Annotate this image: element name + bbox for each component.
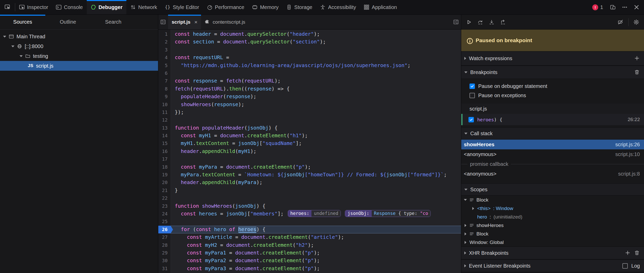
scopes-header[interactable]: Scopes	[461, 183, 644, 196]
tab-contentscript-js[interactable]: contentscript.js	[201, 15, 249, 29]
line-number[interactable]: 18	[158, 163, 171, 171]
line-number[interactable]: 26	[158, 226, 171, 233]
code-line[interactable]: 20 header.appendChild(myPara);	[158, 179, 461, 186]
code-line[interactable]: 25	[158, 218, 461, 225]
line-number[interactable]: 17	[158, 155, 171, 163]
scope-node[interactable]: Window: Global	[461, 238, 644, 247]
line-number[interactable]: 7	[158, 77, 171, 85]
step-over-button[interactable]	[475, 17, 485, 27]
disable-breakpoints-button[interactable]	[615, 17, 626, 27]
source-tree-item-testing[interactable]: testing	[0, 51, 158, 61]
watch-expressions-header[interactable]: Watch expressions	[461, 51, 644, 66]
line-number[interactable]: 27	[158, 233, 171, 241]
code-line[interactable]: 28 const myH2 = document.createElement("…	[158, 241, 461, 249]
resume-button[interactable]	[464, 17, 474, 27]
scope-node[interactable]: showHeroes	[461, 221, 644, 230]
toolbox-tab-network[interactable]: Network	[126, 0, 161, 14]
step-out-button[interactable]	[498, 17, 508, 27]
line-number[interactable]: 16	[158, 148, 171, 155]
code-line[interactable]: 17	[158, 155, 461, 163]
code-line[interactable]: 2const section = document.querySelector(…	[158, 38, 461, 46]
scope-node[interactable]: Block	[461, 196, 644, 204]
checkbox-pause-on-debugger-statement[interactable]	[469, 84, 475, 89]
line-number[interactable]: 30	[158, 257, 171, 265]
line-number[interactable]: 4	[158, 54, 171, 61]
code-line[interactable]: 8fetch(requestURL).then((response) => {	[158, 85, 461, 93]
event-listener-breakpoints-header[interactable]: Event Listener Breakpoints Log	[461, 259, 644, 272]
line-number[interactable]: 28	[158, 241, 171, 249]
chevron-down-icon[interactable]	[464, 199, 467, 201]
code-line[interactable]: 24 const heroes = jsonObj["members"];her…	[158, 210, 461, 218]
responsive-design-mode-button[interactable]	[607, 0, 619, 14]
meatball-menu-button[interactable]	[619, 0, 631, 14]
line-number[interactable]: 25	[158, 218, 171, 225]
chevron-right-icon[interactable]	[472, 207, 474, 210]
breakpoint-item[interactable]: heroes) {26:22	[461, 114, 644, 125]
toolbox-tab-style-editor[interactable]: {}Style Editor	[161, 0, 203, 14]
line-number[interactable]: 10	[158, 101, 171, 108]
source-tree-item-8000[interactable]: [::]:8000	[0, 41, 158, 51]
code-line[interactable]: 15 myH1.textContent = jsonObj["squadName…	[158, 140, 461, 147]
line-number[interactable]: 3	[158, 46, 171, 54]
code-line[interactable]: 23function showHeroes(jsonObj) {	[158, 202, 461, 210]
chevron-right-icon[interactable]	[465, 224, 466, 227]
sources-pane-tab-sources[interactable]: Sources	[0, 15, 45, 29]
line-number[interactable]: 13	[158, 124, 171, 132]
sources-pane-tab-search[interactable]: Search	[91, 15, 136, 29]
chevron-right-icon[interactable]	[465, 241, 466, 244]
scope-node[interactable]: <this>: Window	[461, 204, 644, 213]
sources-pane-tab-outline[interactable]: Outline	[45, 15, 91, 29]
line-number[interactable]: 1	[158, 30, 171, 38]
code-line[interactable]: 27 const myArticle = document.createElem…	[158, 233, 461, 241]
code-line-paused[interactable]: 26 for (const hero of heroes) {	[158, 226, 461, 233]
call-stack-frame-anonymous[interactable]: <anonymous>script.js:10	[461, 149, 644, 159]
code-line[interactable]: 7const response = fetch(requestURL);	[158, 77, 461, 85]
source-tree-item-main-thread[interactable]: Main Thread	[0, 32, 158, 41]
code-line[interactable]: 5 "https://mdn.github.io/learning-area/j…	[158, 62, 461, 69]
step-in-button[interactable]	[486, 17, 497, 27]
code-editor[interactable]: 1const header = document.querySelector("…	[158, 30, 461, 273]
toolbox-tab-console[interactable]: Console	[52, 0, 86, 14]
line-number[interactable]: 14	[158, 132, 171, 140]
toolbox-tab-application[interactable]: Application	[360, 0, 401, 14]
remove-breakpoints-icon[interactable]	[634, 69, 640, 75]
code-line[interactable]: 16 header.appendChild(myH1);	[158, 148, 461, 155]
line-number[interactable]: 2	[158, 38, 171, 46]
line-number[interactable]: 31	[158, 265, 171, 272]
code-line[interactable]: 29 const myPara1 = document.createElemen…	[158, 249, 461, 257]
breakpoint-checkbox[interactable]	[468, 117, 474, 122]
code-line[interactable]: 10 showHeroes(response);	[158, 101, 461, 108]
toolbox-tab-storage[interactable]: Storage	[282, 0, 316, 14]
code-line[interactable]: 22	[158, 194, 461, 202]
line-number[interactable]: 9	[158, 93, 171, 101]
add-watch-expression-icon[interactable]	[634, 56, 640, 61]
chevron-down-icon[interactable]	[20, 55, 23, 57]
collapse-sources-pane-button[interactable]	[158, 15, 168, 29]
close-tab-icon[interactable]: ×	[194, 19, 197, 25]
call-stack-header[interactable]: Call stack	[461, 127, 644, 140]
log-event-checkbox[interactable]	[622, 263, 628, 269]
line-number[interactable]: 22	[158, 194, 171, 202]
code-line[interactable]: 9 populateHeader(response);	[158, 93, 461, 101]
call-stack-frame-showheroes[interactable]: showHeroesscript.js:26	[461, 140, 644, 149]
toolbox-tab-performance[interactable]: Performance	[203, 0, 248, 14]
breakpoint-option-pause-on-exceptions[interactable]: Pause on exceptions	[461, 91, 644, 100]
expand-panes-button[interactable]	[451, 15, 461, 29]
line-number[interactable]: 29	[158, 249, 171, 257]
line-number[interactable]: 11	[158, 108, 171, 116]
line-number[interactable]: 12	[158, 116, 171, 124]
code-line[interactable]: 14 const myH1 = document.createElement("…	[158, 132, 461, 140]
code-line[interactable]: 4const requestURL =	[158, 54, 461, 61]
code-line[interactable]: 1const header = document.querySelector("…	[158, 30, 461, 38]
code-line[interactable]: 3	[158, 46, 461, 54]
line-number[interactable]: 24	[158, 210, 171, 218]
line-number[interactable]: 23	[158, 202, 171, 210]
close-devtools-button[interactable]	[631, 0, 642, 14]
chevron-down-icon[interactable]	[3, 36, 6, 38]
add-xhr-breakpoint-icon[interactable]	[625, 250, 631, 256]
code-line[interactable]: 19 myPara.textContent = `Hometown: ${jso…	[158, 171, 461, 179]
pick-element-button[interactable]	[0, 0, 15, 14]
code-line[interactable]: 12	[158, 116, 461, 124]
toolbox-tab-debugger[interactable]: Debugger	[87, 0, 126, 14]
breakpoint-group-file[interactable]: script.js	[461, 104, 644, 114]
